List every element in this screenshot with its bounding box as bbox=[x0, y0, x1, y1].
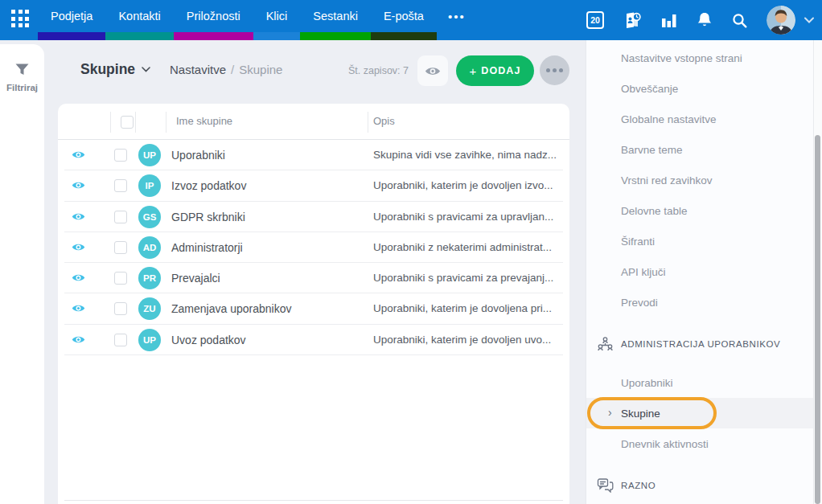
record-count: Št. zapisov: 7 bbox=[348, 65, 409, 76]
column-header-name[interactable]: Ime skupine bbox=[176, 115, 232, 127]
sidebar-link-label: Prevodi bbox=[621, 297, 658, 309]
group-description: Uporabniki, katerim je dovoljena pri... bbox=[373, 302, 552, 314]
sidebar-item-dnevnik-aktivnosti[interactable]: Dnevnik aktivnosti bbox=[586, 428, 822, 459]
table-row[interactable]: UP Uporabniki Skupina vidi vse zavihke, … bbox=[58, 140, 569, 170]
breadcrumb-separator: / bbox=[231, 63, 234, 76]
nav-tab-label: E-pošta bbox=[384, 10, 424, 23]
app-grid-icon[interactable] bbox=[11, 10, 32, 31]
sidebar-section-administracija-uporabnikov: ADMINISTRACIJA UPORABNIKOV bbox=[586, 329, 822, 359]
page-title: Skupine bbox=[80, 61, 135, 78]
more-actions-button[interactable] bbox=[540, 55, 569, 85]
sidebar-item-skupine[interactable]: › Skupine bbox=[586, 398, 822, 428]
nav-toolbar: 20 bbox=[586, 0, 814, 40]
notifications-bell-icon[interactable] bbox=[697, 11, 713, 29]
sidebar-item-api-ključi[interactable]: API ključi bbox=[586, 256, 822, 287]
group-avatar: PR bbox=[138, 267, 161, 289]
table-row[interactable]: PR Prevajalci Uporabniki s pravicami za … bbox=[58, 263, 569, 293]
table-row[interactable]: IP Izvoz podatkov Uporabniki, katerim je… bbox=[58, 170, 569, 201]
table-row[interactable]: AD Administratorji Uporabniki z nekateri… bbox=[58, 232, 569, 263]
page-title-dropdown[interactable]: Skupine bbox=[80, 61, 150, 78]
breadcrumb-parent[interactable]: Nastavitve bbox=[170, 63, 226, 76]
group-description: Uporabniki s pravicami za prevajanj... bbox=[373, 272, 553, 284]
select-all-checkbox[interactable] bbox=[121, 116, 134, 129]
sidebar-item-šifranti[interactable]: Šifranti bbox=[586, 226, 822, 256]
group-name: Zamenjava uporabnikov bbox=[171, 302, 291, 315]
row-checkbox[interactable] bbox=[114, 211, 127, 223]
users-hierarchy-icon bbox=[597, 336, 614, 352]
nav-tab-e-po-ta[interactable]: E-pošta bbox=[371, 0, 437, 40]
sidebar-item-obveščanje[interactable]: Obveščanje bbox=[586, 73, 822, 104]
row-view-eye-icon[interactable] bbox=[72, 334, 85, 345]
top-nav-bar: Podjetja Kontakti Priložnosti Klici Sest… bbox=[0, 0, 822, 40]
row-checkbox[interactable] bbox=[114, 334, 127, 346]
search-icon[interactable] bbox=[731, 12, 748, 29]
row-checkbox[interactable] bbox=[114, 179, 127, 192]
row-view-eye-icon[interactable] bbox=[72, 211, 85, 222]
group-avatar: IP bbox=[138, 174, 161, 197]
nav-tab-underline bbox=[253, 32, 301, 40]
sidebar-item-globalne-nastavitve[interactable]: Globalne nastavitve bbox=[586, 104, 822, 134]
sidebar-scrollbar bbox=[813, 40, 822, 504]
row-checkbox[interactable] bbox=[114, 149, 127, 162]
filter-label: Filtriraj bbox=[0, 83, 44, 92]
crm-app-window: Podjetja Kontakti Priložnosti Klici Sest… bbox=[0, 0, 822, 504]
sidebar-item-delovne-table[interactable]: Delovne table bbox=[586, 195, 822, 226]
sidebar-item-nastavitve-vstopne-strani[interactable]: Nastavitve vstopne strani bbox=[586, 43, 822, 73]
row-view-eye-icon[interactable] bbox=[72, 150, 85, 160]
group-name: Uporabniki bbox=[171, 149, 225, 162]
title-chevron-down-icon bbox=[142, 67, 150, 72]
sidebar-section-label: ADMINISTRACIJA UPORABNIKOV bbox=[621, 339, 780, 349]
add-button[interactable]: + DODAJ bbox=[456, 55, 534, 86]
nav-tab-label: Priložnosti bbox=[187, 10, 240, 23]
table-footer-divider bbox=[64, 500, 563, 501]
group-description: Uporabniki, katerim je dovoljen izvo... bbox=[373, 179, 553, 191]
table-row[interactable]: GS GDPR skrbniki Uporabniki s pravicami … bbox=[58, 202, 569, 232]
scrollbar-thumb[interactable] bbox=[815, 135, 820, 504]
nav-tab-kontakti[interactable]: Kontakti bbox=[105, 0, 173, 40]
nav-tab-underline bbox=[38, 32, 105, 40]
sidebar-section-razno: RAZNO bbox=[586, 470, 822, 501]
nav-tab-underline bbox=[300, 32, 371, 40]
plus-icon: + bbox=[469, 64, 477, 78]
sidebar-link-label: Obveščanje bbox=[621, 83, 678, 95]
row-checkbox[interactable] bbox=[114, 241, 127, 254]
sidebar-item-vrstni-red-zavihkov[interactable]: Vrstni red zavihkov bbox=[586, 165, 822, 195]
sidebar-item-uporabniki[interactable]: Uporabniki bbox=[586, 367, 822, 398]
row-view-eye-icon[interactable] bbox=[72, 242, 85, 252]
activities-book-icon[interactable] bbox=[623, 10, 642, 30]
row-view-eye-icon[interactable] bbox=[72, 303, 85, 313]
row-checkbox[interactable] bbox=[114, 272, 127, 285]
nav-more-tabs[interactable]: ••• bbox=[448, 0, 466, 40]
sidebar-section-label: RAZNO bbox=[621, 481, 656, 490]
view-toggle-button[interactable] bbox=[417, 55, 448, 86]
table-row[interactable]: UP Uvoz podatkov Uporabniki, katerim je … bbox=[58, 325, 569, 355]
settings-sidebar: Nastavitve vstopne strani Obveščanje Glo… bbox=[586, 40, 822, 504]
sidebar-item-barvne-teme[interactable]: Barvne teme bbox=[586, 134, 822, 165]
reports-chart-icon[interactable] bbox=[660, 12, 678, 28]
row-view-eye-icon[interactable] bbox=[72, 180, 85, 191]
nav-tab-label: Podjetja bbox=[51, 10, 92, 23]
sidebar-link-label: Vrstni red zavihkov bbox=[621, 174, 713, 186]
nav-tab-prilo-nosti[interactable]: Priložnosti bbox=[174, 0, 253, 40]
nav-tab-sestanki[interactable]: Sestanki bbox=[300, 0, 371, 40]
table-row[interactable]: ZU Zamenjava uporabnikov Uporabniki, kat… bbox=[58, 293, 569, 324]
nav-tab-podjetja[interactable]: Podjetja bbox=[38, 0, 105, 40]
column-header-description[interactable]: Opis bbox=[373, 115, 395, 127]
sidebar-link-label: Uporabniki bbox=[621, 377, 673, 389]
row-checkbox[interactable] bbox=[114, 302, 127, 315]
filter-panel[interactable]: Filtriraj bbox=[0, 44, 44, 504]
sidebar-item-prevodi[interactable]: Prevodi bbox=[586, 287, 822, 318]
group-name: Prevajalci bbox=[171, 272, 220, 285]
breadcrumb-current: Skupine bbox=[239, 63, 282, 76]
group-description: Uporabniki s pravicami za upravljan... bbox=[373, 211, 553, 223]
user-avatar[interactable] bbox=[767, 6, 795, 35]
sidebar-link-label: Nastavitve vstopne strani bbox=[621, 52, 742, 64]
calendar-icon[interactable]: 20 bbox=[586, 11, 604, 29]
group-avatar: ZU bbox=[138, 297, 161, 320]
nav-tab-klici[interactable]: Klici bbox=[253, 0, 301, 40]
account-chevron-down-icon[interactable] bbox=[804, 17, 814, 23]
group-description: Uporabniki z nekaterimi administrat... bbox=[373, 241, 552, 253]
nav-tab-label: Sestanki bbox=[313, 10, 358, 23]
row-view-eye-icon[interactable] bbox=[72, 272, 85, 283]
sidebar-link-label: Šifranti bbox=[621, 236, 655, 248]
